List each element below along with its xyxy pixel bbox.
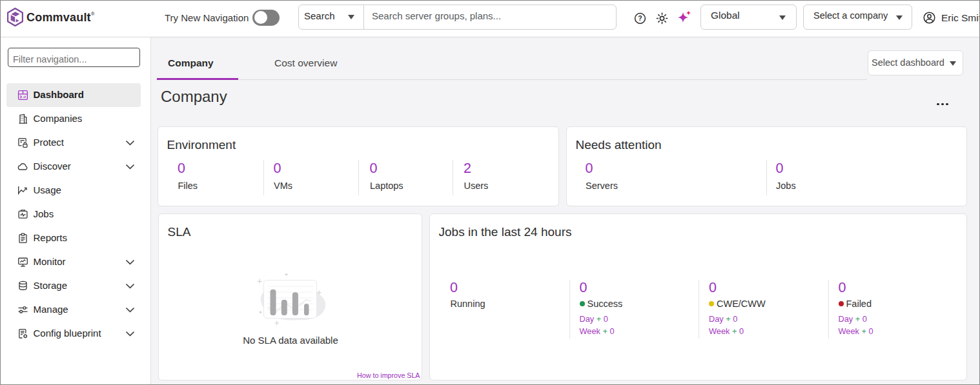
svg-text:?: ? — [638, 14, 642, 22]
